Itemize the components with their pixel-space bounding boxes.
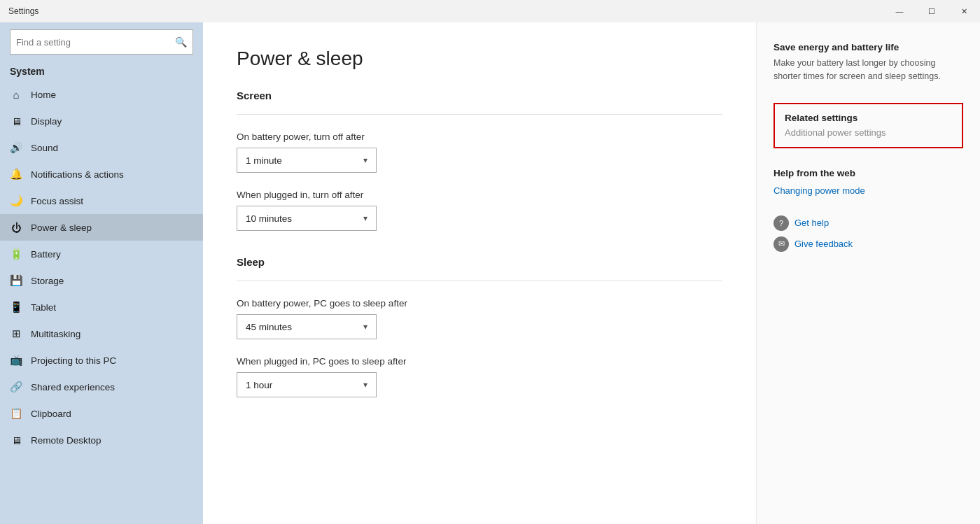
- clipboard-icon: 📋: [10, 407, 22, 420]
- shared-icon: 🔗: [10, 381, 22, 393]
- sidebar-item-focus[interactable]: 🌙 Focus assist: [0, 187, 203, 214]
- sidebar-item-tablet-label: Tablet: [31, 302, 56, 313]
- right-panel: Save energy and battery life Make your b…: [756, 22, 980, 524]
- storage-icon: 💾: [10, 274, 22, 287]
- sleep-battery-label: On battery power, PC goes to sleep after: [237, 298, 722, 309]
- sidebar-item-shared[interactable]: 🔗 Shared experiences: [0, 374, 203, 400]
- battery-screen-label: On battery power, turn off after: [237, 132, 722, 142]
- sidebar-item-notifications[interactable]: 🔔 Notifications & actions: [0, 161, 203, 187]
- sleep-plugged-arrow: ▾: [363, 380, 368, 390]
- changing-power-mode-link[interactable]: Changing power mode: [774, 185, 963, 196]
- feedback-section: ? Get help ✉ Give feedback: [774, 215, 963, 252]
- sidebar-item-power-label: Power & sleep: [31, 222, 92, 233]
- display-icon: 🖥: [10, 115, 22, 127]
- sidebar-item-power[interactable]: ⏻ Power & sleep: [0, 214, 203, 241]
- titlebar: Settings — ☐ ✕: [0, 0, 980, 22]
- sidebar-item-sound-label: Sound: [31, 143, 58, 153]
- sidebar-item-focus-label: Focus assist: [31, 196, 83, 206]
- sleep-plugged-value: 1 hour: [246, 380, 272, 390]
- sidebar-item-multitasking[interactable]: ⊞ Multitasking: [0, 320, 203, 347]
- minimize-button[interactable]: —: [883, 0, 916, 22]
- sleep-plugged-row: When plugged in, PC goes to sleep after …: [237, 356, 722, 397]
- search-icon: 🔍: [175, 36, 187, 48]
- main-content: Power & sleep Screen On battery power, t…: [203, 22, 756, 524]
- sidebar-item-tablet[interactable]: 📱 Tablet: [0, 294, 203, 320]
- maximize-button[interactable]: ☐: [916, 0, 948, 22]
- search-input[interactable]: [16, 37, 175, 48]
- multitasking-icon: ⊞: [10, 327, 22, 340]
- sleep-battery-value: 45 minutes: [246, 322, 292, 332]
- tablet-icon: 📱: [10, 301, 22, 313]
- related-settings-section: Related settings Additional power settin…: [774, 103, 963, 148]
- sleep-section-title: Sleep: [237, 256, 722, 268]
- sidebar-item-remote-label: Remote Desktop: [31, 435, 102, 446]
- additional-power-settings-link[interactable]: Additional power settings: [785, 127, 886, 138]
- screen-divider: [237, 114, 722, 115]
- give-feedback-icon: ✉: [774, 236, 789, 252]
- sidebar-item-projecting-label: Projecting to this PC: [31, 355, 116, 366]
- projecting-icon: 📺: [10, 354, 22, 367]
- plugged-screen-label: When plugged in, turn off after: [237, 190, 722, 200]
- help-section: Help from the web Changing power mode: [774, 168, 963, 196]
- give-feedback-row: ✉ Give feedback: [774, 236, 963, 252]
- sleep-plugged-label: When plugged in, PC goes to sleep after: [237, 356, 722, 367]
- sidebar-item-sound[interactable]: 🔊 Sound: [0, 134, 203, 161]
- remote-icon: 🖥: [10, 434, 22, 446]
- notifications-icon: 🔔: [10, 168, 22, 180]
- sleep-battery-arrow: ▾: [363, 322, 368, 332]
- sidebar-item-display-label: Display: [31, 116, 62, 127]
- sidebar-item-home-label: Home: [31, 90, 56, 100]
- sleep-section: Sleep On battery power, PC goes to sleep…: [237, 256, 722, 397]
- page-title: Power & sleep: [237, 48, 722, 70]
- app-body: 🔍 System ⌂ Home 🖥 Display 🔊 Sound 🔔 Noti…: [0, 22, 980, 524]
- sidebar-item-battery-label: Battery: [31, 249, 61, 260]
- sidebar-item-storage-label: Storage: [31, 276, 64, 286]
- battery-icon: 🔋: [10, 248, 22, 260]
- sleep-divider: [237, 281, 722, 281]
- power-icon: ⏻: [10, 221, 22, 234]
- sidebar-item-battery[interactable]: 🔋 Battery: [0, 241, 203, 267]
- search-box[interactable]: 🔍: [10, 29, 193, 55]
- sidebar: 🔍 System ⌂ Home 🖥 Display 🔊 Sound 🔔 Noti…: [0, 22, 203, 524]
- sidebar-item-remote[interactable]: 🖥 Remote Desktop: [0, 427, 203, 453]
- screen-section-title: Screen: [237, 90, 722, 101]
- sidebar-item-notifications-label: Notifications & actions: [31, 169, 124, 180]
- app-title: Settings: [8, 6, 38, 16]
- sound-icon: 🔊: [10, 141, 22, 154]
- info-title: Save energy and battery life: [774, 42, 963, 52]
- sidebar-item-display[interactable]: 🖥 Display: [0, 108, 203, 134]
- get-help-row: ? Get help: [774, 215, 963, 231]
- sidebar-item-home[interactable]: ⌂ Home: [0, 81, 203, 108]
- get-help-link[interactable]: Get help: [794, 218, 829, 228]
- sidebar-item-projecting[interactable]: 📺 Projecting to this PC: [0, 347, 203, 374]
- plugged-screen-row: When plugged in, turn off after 10 minut…: [237, 190, 722, 231]
- sleep-battery-dropdown[interactable]: 45 minutes ▾: [237, 314, 377, 339]
- sidebar-item-multitasking-label: Multitasking: [31, 329, 80, 339]
- battery-screen-dropdown[interactable]: 1 minute ▾: [237, 148, 377, 173]
- get-help-icon: ?: [774, 215, 789, 231]
- plugged-screen-dropdown[interactable]: 10 minutes ▾: [237, 206, 377, 231]
- battery-screen-value: 1 minute: [246, 155, 282, 166]
- system-label: System: [0, 59, 203, 81]
- window-controls: — ☐ ✕: [883, 0, 980, 22]
- info-section: Save energy and battery life Make your b…: [774, 42, 963, 83]
- help-title: Help from the web: [774, 168, 963, 178]
- give-feedback-link[interactable]: Give feedback: [794, 239, 853, 249]
- close-button[interactable]: ✕: [948, 0, 980, 22]
- plugged-screen-value: 10 minutes: [246, 213, 292, 224]
- focus-icon: 🌙: [10, 194, 22, 207]
- home-icon: ⌂: [10, 88, 22, 101]
- sidebar-item-shared-label: Shared experiences: [31, 382, 115, 392]
- sidebar-item-clipboard-label: Clipboard: [31, 409, 71, 419]
- sidebar-item-storage[interactable]: 💾 Storage: [0, 267, 203, 294]
- info-text: Make your battery last longer by choosin…: [774, 57, 963, 83]
- sleep-battery-row: On battery power, PC goes to sleep after…: [237, 298, 722, 339]
- sidebar-item-clipboard[interactable]: 📋 Clipboard: [0, 400, 203, 427]
- related-settings-title: Related settings: [785, 113, 952, 123]
- plugged-screen-arrow: ▾: [363, 213, 368, 223]
- battery-screen-row: On battery power, turn off after 1 minut…: [237, 132, 722, 173]
- sleep-plugged-dropdown[interactable]: 1 hour ▾: [237, 372, 377, 397]
- battery-screen-arrow: ▾: [363, 155, 368, 165]
